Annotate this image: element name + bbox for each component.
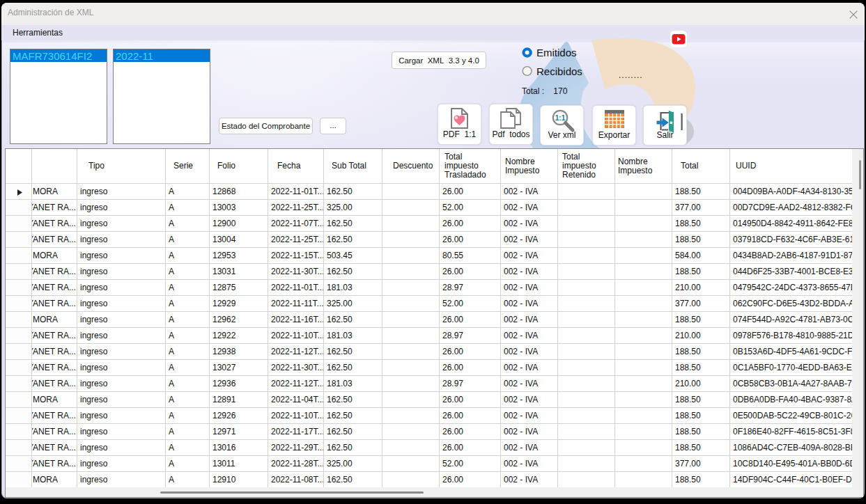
svg-text:1:1: 1:1 — [555, 114, 566, 122]
